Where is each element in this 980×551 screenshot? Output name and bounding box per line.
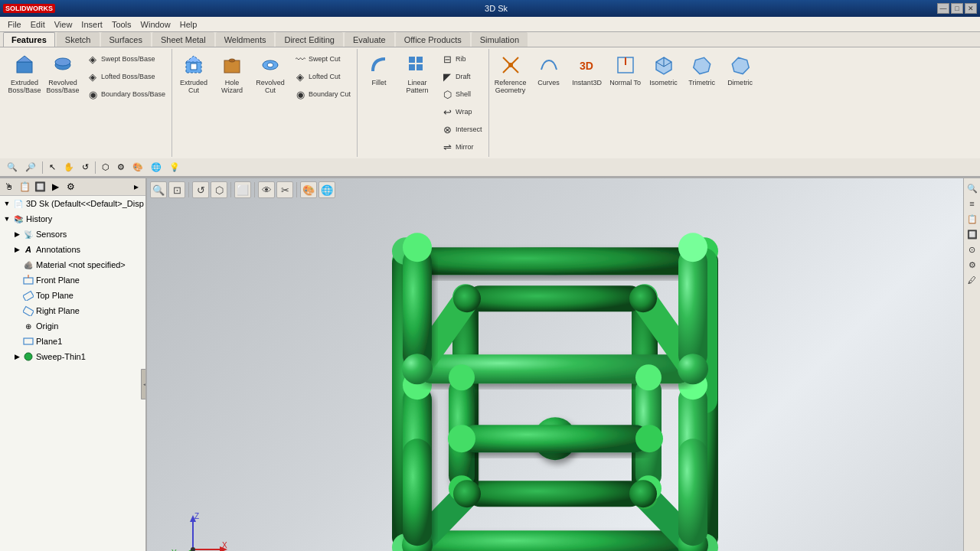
instant3d-button[interactable]: 3D Instant3D — [569, 51, 606, 90]
rp-circle-button[interactable]: ⊙ — [965, 243, 979, 256]
swept-boss-button[interactable]: ◈ Swept Boss/Base — [83, 51, 168, 67]
tree-settings-button[interactable]: ⚙ — [64, 180, 77, 194]
tree-item-sweep-thin1[interactable]: ▶ Sweep-Thin1 — [0, 349, 145, 364]
rp-edit-button[interactable]: 🖊 — [965, 273, 979, 287]
tab-features[interactable]: Features — [3, 32, 55, 47]
revolved-cut-button[interactable]: Revolved Cut — [252, 51, 289, 96]
menu-insert[interactable]: Insert — [77, 18, 107, 31]
svg-rect-6 — [191, 64, 197, 70]
menu-edit[interactable]: Edit — [26, 18, 50, 31]
hole-wizard-button[interactable]: Hole Wizard — [214, 51, 250, 96]
tab-weldments[interactable]: Weldments — [216, 32, 275, 47]
boundary-boss-button[interactable]: ◉ Boundary Boss/Base — [83, 86, 168, 103]
linear-pattern-button[interactable]: Linear Pattern — [399, 51, 436, 96]
svg-rect-84 — [462, 425, 649, 452]
select-button[interactable]: ↖ — [45, 160, 60, 174]
shell-button[interactable]: ⬡ Shell — [437, 86, 485, 103]
draft-button[interactable]: ◤ Draft — [437, 68, 485, 85]
swept-cut-button[interactable]: 〰 Swept Cut — [290, 51, 354, 67]
tree-item-top-plane[interactable]: ▶ Top Plane — [0, 288, 145, 303]
tree-expand-button[interactable]: ▸ — [129, 180, 143, 194]
titlebar-controls[interactable]: — □ ✕ — [937, 3, 977, 14]
mirror-button[interactable]: ⇌ Mirror — [437, 139, 485, 155]
reference-geometry-button[interactable]: Reference Geometry — [492, 51, 529, 96]
vp-scene-button[interactable]: 🌐 — [318, 181, 335, 198]
vp-separator-2 — [230, 182, 231, 197]
isometric-button[interactable]: Isometric — [645, 51, 682, 90]
tree-item-material[interactable]: ▶ 🪨 Material <not specified> — [0, 257, 145, 272]
tab-simulation[interactable]: Simulation — [472, 32, 528, 47]
intersect-label: Intersect — [456, 126, 482, 133]
minimize-button[interactable]: — — [937, 3, 949, 14]
lofted-cut-button[interactable]: ◈ Lofted Cut — [290, 68, 354, 85]
vp-display-button[interactable]: ⬜ — [234, 181, 251, 198]
vp-rotate-button[interactable]: ↺ — [192, 181, 209, 198]
tree-model-button[interactable]: 📋 — [18, 180, 31, 194]
curves-button[interactable]: Curves — [531, 51, 567, 90]
wrap-button[interactable]: ↩ Wrap — [437, 103, 485, 120]
menu-file[interactable]: File — [3, 18, 26, 31]
maximize-button[interactable]: □ — [951, 3, 963, 14]
close-button[interactable]: ✕ — [965, 3, 977, 14]
tab-evaluate[interactable]: Evaluate — [345, 32, 394, 47]
rotate-button[interactable]: ↺ — [78, 160, 93, 174]
menu-window[interactable]: Window — [136, 18, 175, 31]
rp-select-button[interactable]: 🔲 — [965, 227, 979, 241]
vp-hide-show-button[interactable]: 👁 — [258, 181, 275, 198]
viewport[interactable]: 🔍 ⊡ ↺ ⬡ ⬜ 👁 ✂ 🎨 🌐 — [147, 178, 963, 551]
tab-surfaces[interactable]: Surfaces — [101, 32, 151, 47]
pan-button[interactable]: ✋ — [60, 160, 78, 174]
display-style-button[interactable]: ⬡ — [98, 160, 113, 174]
vp-zoom-button[interactable]: 🔍 — [150, 181, 167, 198]
collapse-handle[interactable]: ◀ — [141, 369, 147, 399]
extruded-boss-button[interactable]: Extruded Boss/Base — [6, 51, 43, 96]
menu-help[interactable]: Help — [175, 18, 202, 31]
extruded-cut-button[interactable]: Extruded Cut — [175, 51, 212, 96]
view-settings-button[interactable]: ⚙ — [113, 160, 129, 174]
boundary-cut-button[interactable]: ◉ Boundary Cut — [290, 86, 354, 103]
vp-section-button[interactable]: ✂ — [276, 181, 293, 198]
features-small-stack: ⊟ Rib ◤ Draft ⬡ Shell ↩ Wrap ⊗ Interse — [437, 51, 485, 155]
tree-item-right-plane[interactable]: ▶ Right Plane — [0, 303, 145, 318]
menu-view[interactable]: View — [50, 18, 77, 31]
revolved-cut-label: Revolved Cut — [254, 79, 286, 94]
dimetric-button[interactable]: Dimetric — [722, 51, 759, 90]
realview-button[interactable]: 💡 — [165, 160, 184, 174]
fillet-button[interactable]: Fillet — [361, 51, 397, 90]
tree-item-plane1[interactable]: ▶ Plane1 — [0, 334, 145, 349]
svg-point-75 — [678, 233, 707, 262]
normal-to-button[interactable]: Normal To — [607, 51, 644, 90]
shell-label: Shell — [456, 90, 471, 98]
rp-search-button[interactable]: 🔍 — [965, 181, 979, 195]
tab-sketch[interactable]: Sketch — [57, 32, 100, 47]
vp-zoom-fit-button[interactable]: ⊡ — [168, 181, 185, 198]
tab-direct-editing[interactable]: Direct Editing — [276, 32, 342, 47]
tree-item-front-plane[interactable]: ▶ Front Plane — [0, 272, 145, 288]
tree-motion-button[interactable]: ▶ — [48, 180, 62, 194]
tab-sheet-metal[interactable]: Sheet Metal — [152, 32, 214, 47]
tree-display-button[interactable]: 🔲 — [33, 180, 47, 194]
tree-item-annotations[interactable]: ▶ A Annotations — [0, 242, 145, 257]
revolved-boss-button[interactable]: Revolved Boss/Base — [44, 51, 81, 96]
vp-appearance-button[interactable]: 🎨 — [300, 181, 317, 198]
tab-office-products[interactable]: Office Products — [396, 32, 470, 47]
tree-filter-button[interactable]: 🖱 — [2, 180, 16, 194]
scene-button[interactable]: 🌐 — [147, 160, 165, 174]
tree-content[interactable]: ▼ 📄 3D Sk (Default<<Default>_Disp ▼ 📚 Hi… — [0, 196, 145, 551]
lofted-boss-button[interactable]: ◈ Lofted Boss/Base — [83, 68, 168, 85]
trimetric-button[interactable]: Trimetric — [684, 51, 720, 90]
intersect-button[interactable]: ⊗ Intersect — [437, 121, 485, 138]
tree-item-sensors[interactable]: ▶ 📡 Sensors — [0, 227, 145, 242]
zoom-in-button[interactable]: 🔍 — [3, 160, 21, 174]
tree-item-root[interactable]: ▼ 📄 3D Sk (Default<<Default>_Disp — [0, 196, 145, 211]
zoom-to-fit-button[interactable]: 🔎 — [21, 160, 40, 174]
vp-view-orient-button[interactable]: ⬡ — [211, 181, 227, 198]
rp-settings-button[interactable]: ⚙ — [965, 258, 979, 272]
menu-tools[interactable]: Tools — [107, 18, 136, 31]
tree-item-history[interactable]: ▼ 📚 History — [0, 211, 145, 227]
appearances-button[interactable]: 🎨 — [129, 160, 147, 174]
rib-button[interactable]: ⊟ Rib — [437, 51, 485, 67]
tree-item-origin[interactable]: ▶ ⊕ Origin — [0, 318, 145, 334]
rp-copy-button[interactable]: 📋 — [965, 212, 979, 226]
rp-menu-button[interactable]: ≡ — [965, 197, 979, 210]
